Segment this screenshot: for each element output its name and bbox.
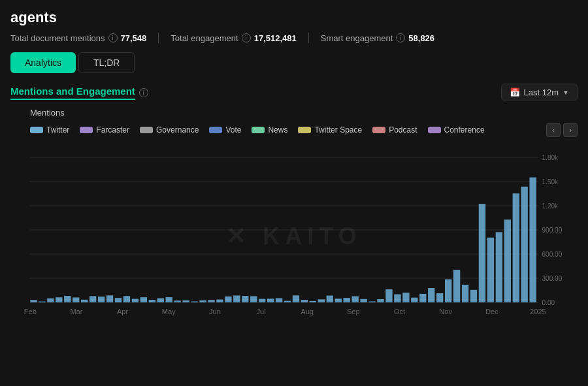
svg-rect-57 xyxy=(394,295,400,302)
svg-rect-42 xyxy=(267,298,274,302)
legend-item: Farcaster xyxy=(80,125,129,135)
chart-area: Mentions TwitterFarcasterGovernanceVoteN… xyxy=(10,108,578,328)
svg-text:900.00: 900.00 xyxy=(542,227,562,234)
svg-rect-71 xyxy=(513,193,519,302)
svg-rect-62 xyxy=(436,293,443,302)
legend-color xyxy=(428,127,441,133)
total-mentions-value: 77,548 xyxy=(121,33,147,43)
svg-text:Jul: Jul xyxy=(256,308,265,315)
smart-engagement-stat: Smart engagement i 58,826 xyxy=(321,33,434,43)
legend-color xyxy=(80,127,93,133)
svg-rect-48 xyxy=(318,299,325,302)
svg-rect-17 xyxy=(56,297,62,302)
svg-rect-30 xyxy=(166,297,172,302)
svg-rect-51 xyxy=(344,298,350,302)
legend-label: News xyxy=(268,125,287,135)
svg-rect-50 xyxy=(335,298,342,302)
svg-rect-14 xyxy=(30,300,37,302)
svg-rect-34 xyxy=(199,300,206,302)
svg-rect-73 xyxy=(529,178,536,302)
svg-text:Nov: Nov xyxy=(439,308,452,315)
svg-rect-63 xyxy=(445,280,451,302)
legend-prev-button[interactable]: ‹ xyxy=(546,123,561,137)
total-engagement-info-icon[interactable]: i xyxy=(242,33,251,42)
svg-rect-72 xyxy=(521,187,528,302)
svg-text:1.80k: 1.80k xyxy=(542,154,559,161)
tab-analytics[interactable]: Analytics xyxy=(10,52,76,73)
svg-rect-60 xyxy=(419,294,426,302)
section-info-icon[interactable]: i xyxy=(139,88,148,97)
calendar-icon: 📅 xyxy=(510,88,520,97)
svg-rect-35 xyxy=(208,300,214,302)
svg-text:Apr: Apr xyxy=(117,308,129,315)
svg-text:Jun: Jun xyxy=(209,308,221,315)
legend-item: Conference xyxy=(428,125,485,135)
svg-rect-61 xyxy=(428,288,434,302)
svg-text:2025: 2025 xyxy=(530,308,546,315)
svg-text:Mar: Mar xyxy=(70,308,82,315)
legend-item: News xyxy=(252,125,287,135)
svg-rect-68 xyxy=(487,238,494,302)
svg-rect-36 xyxy=(216,300,223,302)
section-title-row: Mentions and Engagement i xyxy=(10,86,148,100)
svg-text:Oct: Oct xyxy=(394,308,405,315)
legend-label: Farcaster xyxy=(96,125,129,135)
svg-rect-26 xyxy=(132,299,139,302)
legend-color xyxy=(30,127,43,133)
smart-engagement-info-icon[interactable]: i xyxy=(396,33,405,42)
svg-text:0.00: 0.00 xyxy=(542,299,555,306)
date-filter-label: Last 12m xyxy=(524,88,559,97)
svg-rect-65 xyxy=(462,285,468,302)
svg-rect-40 xyxy=(250,296,257,302)
svg-rect-24 xyxy=(115,298,122,302)
svg-rect-16 xyxy=(47,298,54,302)
legend-nav: ‹› xyxy=(546,123,578,137)
svg-rect-43 xyxy=(276,298,282,302)
legend-color xyxy=(140,127,153,133)
stat-divider-1 xyxy=(158,33,159,43)
svg-rect-44 xyxy=(284,301,291,302)
svg-text:Feb: Feb xyxy=(24,308,37,315)
svg-rect-46 xyxy=(301,300,308,302)
svg-text:1.50k: 1.50k xyxy=(542,178,559,185)
svg-rect-66 xyxy=(470,290,477,302)
legend-label: Twitter xyxy=(46,125,69,135)
tab-tldr[interactable]: TL;DR xyxy=(78,52,135,73)
legend-label: Conference xyxy=(444,125,485,135)
legend-color xyxy=(372,127,385,133)
svg-text:May: May xyxy=(162,308,176,315)
total-engagement-stat: Total engagement i 17,512,481 xyxy=(171,33,296,43)
legend-color xyxy=(298,127,311,133)
legend-item: Vote xyxy=(209,125,241,135)
svg-rect-67 xyxy=(479,204,485,302)
svg-rect-39 xyxy=(242,296,248,302)
svg-rect-29 xyxy=(157,298,164,302)
svg-rect-28 xyxy=(149,300,155,302)
svg-rect-15 xyxy=(39,302,45,302)
stat-divider-2 xyxy=(308,33,309,43)
bar-chart: 1.80k1.50k1.20k900.00600.00300.000.00Feb… xyxy=(10,145,578,328)
section-title: Mentions and Engagement xyxy=(10,86,135,100)
svg-text:1.20k: 1.20k xyxy=(542,202,559,210)
legend-label: Podcast xyxy=(389,125,417,135)
svg-text:600.00: 600.00 xyxy=(542,251,562,258)
svg-rect-47 xyxy=(310,301,316,302)
svg-text:Sep: Sep xyxy=(347,308,360,315)
total-engagement-value: 17,512,481 xyxy=(254,33,297,43)
date-filter-button[interactable]: 📅 Last 12m ▼ xyxy=(501,84,578,101)
total-engagement-label: Total engagement xyxy=(171,33,238,43)
smart-engagement-label: Smart engagement xyxy=(321,33,393,43)
svg-rect-31 xyxy=(174,300,180,302)
svg-rect-64 xyxy=(453,270,460,302)
svg-rect-19 xyxy=(73,297,79,302)
svg-rect-45 xyxy=(293,295,299,302)
svg-rect-21 xyxy=(90,296,96,302)
legend-item: Twitter xyxy=(30,125,69,135)
svg-rect-41 xyxy=(259,299,265,302)
svg-rect-70 xyxy=(504,219,511,302)
total-mentions-info-icon[interactable]: i xyxy=(108,33,118,42)
total-mentions-stat: Total document mentions i 77,548 xyxy=(10,33,146,43)
svg-rect-25 xyxy=(123,296,130,302)
legend-next-button[interactable]: › xyxy=(563,123,578,137)
svg-rect-20 xyxy=(81,300,88,302)
